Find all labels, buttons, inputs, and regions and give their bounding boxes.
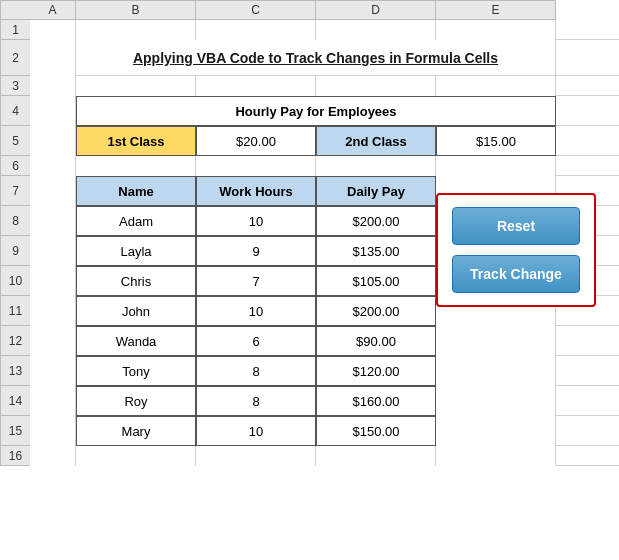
cell-a13[interactable] xyxy=(30,356,76,386)
emp-name-7: Mary xyxy=(122,424,151,439)
cell-e14[interactable] xyxy=(436,386,556,416)
emp-row-3-pay-cell[interactable]: $200.00 xyxy=(316,296,436,326)
emp-row-0-pay-cell[interactable]: $200.00 xyxy=(316,206,436,236)
emp-row-7-name-cell[interactable]: Mary xyxy=(76,416,196,446)
grid-row-14: Roy 8 $160.00 xyxy=(30,386,619,416)
emp-row-7-pay-cell[interactable]: $150.00 xyxy=(316,416,436,446)
emp-row-2-hours-cell[interactable]: 7 xyxy=(196,266,316,296)
cell-b16[interactable] xyxy=(76,446,196,466)
cell-a7[interactable] xyxy=(30,176,76,206)
cell-a4[interactable] xyxy=(30,96,76,126)
cell-e3[interactable] xyxy=(436,76,556,96)
cell-b1[interactable] xyxy=(76,20,196,40)
emp-row-6-name-cell[interactable]: Roy xyxy=(76,386,196,416)
column-headers: A B C D E xyxy=(0,0,619,20)
cell-d1[interactable] xyxy=(316,20,436,40)
grid-body: 1 2 3 4 5 6 7 8 9 10 11 12 13 14 15 16 xyxy=(0,20,619,466)
emp-row-5-pay-cell[interactable]: $120.00 xyxy=(316,356,436,386)
emp-row-1-hours-cell[interactable]: 9 xyxy=(196,236,316,266)
emp-name-6: Roy xyxy=(124,394,147,409)
cell-e13[interactable] xyxy=(436,356,556,386)
cell-a2[interactable] xyxy=(30,40,76,76)
cell-b3[interactable] xyxy=(76,76,196,96)
row-num-9: 9 xyxy=(0,236,30,266)
emp-row-3-name-cell[interactable]: John xyxy=(76,296,196,326)
cell-a16[interactable] xyxy=(30,446,76,466)
cell-e16[interactable] xyxy=(436,446,556,466)
cell-2nd-class[interactable]: 2nd Class xyxy=(316,126,436,156)
buttons-container: Reset Track Change xyxy=(436,193,596,307)
emp-row-6-pay-cell[interactable]: $160.00 xyxy=(316,386,436,416)
emp-pay-1: $135.00 xyxy=(353,244,400,259)
emp-row-5-hours-cell[interactable]: 8 xyxy=(196,356,316,386)
cell-a8[interactable] xyxy=(30,206,76,236)
emp-row-2-pay-cell[interactable]: $105.00 xyxy=(316,266,436,296)
cell-a10[interactable] xyxy=(30,266,76,296)
emp-row-2-name-cell[interactable]: Chris xyxy=(76,266,196,296)
first-class-value: $20.00 xyxy=(236,134,276,149)
cell-a6[interactable] xyxy=(30,156,76,176)
row-num-10: 10 xyxy=(0,266,30,296)
spreadsheet: A B C D E 1 2 3 4 5 6 7 8 9 10 11 12 13 … xyxy=(0,0,619,560)
cell-1st-class[interactable]: 1st Class xyxy=(76,126,196,156)
cell-c3[interactable] xyxy=(196,76,316,96)
cell-a15[interactable] xyxy=(30,416,76,446)
emp-pay-0: $200.00 xyxy=(353,214,400,229)
emp-row-1-name-cell[interactable]: Layla xyxy=(76,236,196,266)
emp-header-hours[interactable]: Work Hours xyxy=(196,176,316,206)
emp-hours-3: 10 xyxy=(249,304,263,319)
emp-row-4-name-cell[interactable]: Wanda xyxy=(76,326,196,356)
cell-d16[interactable] xyxy=(316,446,436,466)
cell-a3[interactable] xyxy=(30,76,76,96)
emp-row-1-pay-cell[interactable]: $135.00 xyxy=(316,236,436,266)
emp-pay-6: $160.00 xyxy=(353,394,400,409)
row-num-11: 11 xyxy=(0,296,30,326)
emp-row-0-hours-cell[interactable]: 10 xyxy=(196,206,316,236)
row-num-7: 7 xyxy=(0,176,30,206)
emp-row-7-hours-cell[interactable]: 10 xyxy=(196,416,316,446)
emp-hours-4: 6 xyxy=(252,334,259,349)
emp-header-pay[interactable]: Daily Pay xyxy=(316,176,436,206)
cell-c1[interactable] xyxy=(196,20,316,40)
row-num-3: 3 xyxy=(0,76,30,96)
cell-e12[interactable] xyxy=(436,326,556,356)
grid-row-2: Applying VBA Code to Track Changes in Fo… xyxy=(30,40,619,76)
row-num-14: 14 xyxy=(0,386,30,416)
page-title: Applying VBA Code to Track Changes in Fo… xyxy=(133,50,498,66)
cell-a9[interactable] xyxy=(30,236,76,266)
emp-row-5-name-cell[interactable]: Tony xyxy=(76,356,196,386)
row-num-12: 12 xyxy=(0,326,30,356)
reset-button[interactable]: Reset xyxy=(452,207,580,245)
cell-a11[interactable] xyxy=(30,296,76,326)
cell-e1[interactable] xyxy=(436,20,556,40)
grid-row-15: Mary 10 $150.00 xyxy=(30,416,619,446)
cell-d3[interactable] xyxy=(316,76,436,96)
emp-row-0-name-cell[interactable]: Adam xyxy=(76,206,196,236)
cell-e6[interactable] xyxy=(436,156,556,176)
first-class-label: 1st Class xyxy=(107,134,164,149)
cell-15-dollars[interactable]: $15.00 xyxy=(436,126,556,156)
cell-c16[interactable] xyxy=(196,446,316,466)
hours-header: Work Hours xyxy=(219,184,292,199)
cell-a14[interactable] xyxy=(30,386,76,416)
cell-a12[interactable] xyxy=(30,326,76,356)
grid-row-5: 1st Class $20.00 2nd Class $15.00 xyxy=(30,126,619,156)
emp-row-3-hours-cell[interactable]: 10 xyxy=(196,296,316,326)
emp-row-4-hours-cell[interactable]: 6 xyxy=(196,326,316,356)
emp-row-4-pay-cell[interactable]: $90.00 xyxy=(316,326,436,356)
emp-hours-2: 7 xyxy=(252,274,259,289)
col-header-a: A xyxy=(30,0,76,20)
pay-header: Daily Pay xyxy=(347,184,405,199)
cell-e15[interactable] xyxy=(436,416,556,446)
track-change-button[interactable]: Track Change xyxy=(452,255,580,293)
cell-20-dollars[interactable]: $20.00 xyxy=(196,126,316,156)
emp-header-name[interactable]: Name xyxy=(76,176,196,206)
grid-row-16 xyxy=(30,446,619,466)
row-num-15: 15 xyxy=(0,416,30,446)
cell-b6[interactable] xyxy=(76,156,196,176)
cell-a1[interactable] xyxy=(30,20,76,40)
emp-row-6-hours-cell[interactable]: 8 xyxy=(196,386,316,416)
cell-a5[interactable] xyxy=(30,126,76,156)
cell-c6[interactable] xyxy=(196,156,316,176)
cell-d6[interactable] xyxy=(316,156,436,176)
